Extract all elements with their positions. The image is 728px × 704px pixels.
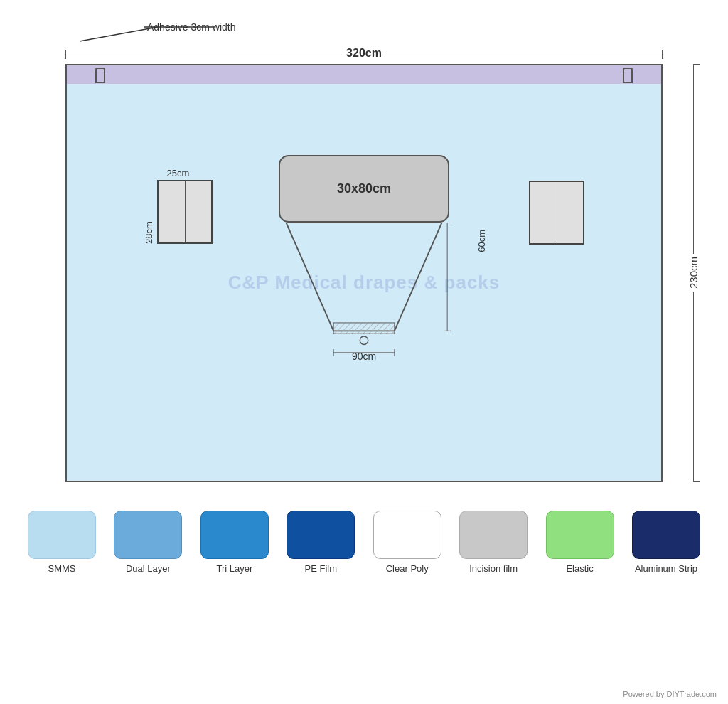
legend-item-incision-film: Incision film	[454, 511, 532, 574]
label-90cm: 90cm	[352, 351, 376, 362]
legend-label: Tri Layer	[216, 563, 252, 574]
dim-right-label: 230cm	[687, 254, 700, 292]
adhesive-label: Adhesive 3cm width	[147, 21, 236, 33]
pocket-left-divider	[185, 181, 186, 242]
pocket-left-container: 25cm 28cm	[144, 168, 213, 244]
hook-left	[95, 68, 105, 83]
pocket-right-divider	[557, 182, 557, 243]
center-opening: 30x80cm	[279, 155, 449, 223]
pocket-right-container	[529, 181, 584, 245]
legend-swatch	[459, 511, 528, 559]
legend-swatch	[546, 511, 614, 559]
dim-320-label: 320cm	[342, 47, 386, 60]
main-container: Adhesive 3cm width 320cm C&P Medical dra	[0, 0, 728, 704]
dim-left-tick	[65, 50, 66, 59]
legend-swatch	[114, 511, 182, 559]
dim-320-row: 320cm	[65, 47, 663, 63]
legend-label: Incision film	[469, 563, 518, 574]
legend-swatch	[28, 511, 96, 559]
dim-right-line-bottom	[693, 292, 694, 482]
svg-rect-3	[333, 323, 395, 334]
label-28cm: 28cm	[144, 180, 154, 244]
drape-top-strip	[65, 64, 663, 84]
funnel-container: 60cm 90cm	[268, 223, 460, 365]
legend-swatch	[632, 511, 700, 559]
pocket-right	[529, 181, 584, 245]
legend-area: SMMSDual LayerTri LayerPE FilmClear Poly…	[23, 511, 705, 574]
drape-wrapper: C&P Medical drapes & packs 25cm 28cm	[65, 64, 663, 482]
label-60cm: 60cm	[476, 230, 487, 252]
label-25cm: 25cm	[144, 168, 213, 178]
legend-swatch	[287, 511, 355, 559]
legend-label: Dual Layer	[126, 563, 171, 574]
dim-right-container: 230cm	[687, 64, 700, 482]
footer: Powered by DIYTrade.com	[623, 690, 717, 698]
dim-right-tick	[662, 50, 663, 59]
center-opening-label: 30x80cm	[337, 181, 391, 196]
legend-label: Aluminum Strip	[635, 563, 697, 574]
hook-right	[623, 68, 633, 83]
legend-item-pe-film: PE Film	[282, 511, 360, 574]
svg-point-4	[360, 336, 368, 344]
legend-item-tri-layer: Tri Layer	[196, 511, 274, 574]
dim-right-tick-bottom	[694, 481, 700, 482]
funnel-svg	[268, 223, 460, 365]
svg-marker-2	[286, 223, 441, 331]
legend-label: PE Film	[305, 563, 338, 574]
legend-item-elastic: Elastic	[541, 511, 619, 574]
pocket-left	[157, 180, 213, 244]
svg-line-0	[80, 27, 158, 41]
legend-item-smms: SMMS	[23, 511, 101, 574]
legend-item-aluminum-strip: Aluminum Strip	[627, 511, 705, 574]
diagram-area: Adhesive 3cm width 320cm C&P Medical dra	[37, 21, 691, 482]
legend-label: Elastic	[566, 563, 593, 574]
legend-label: Clear Poly	[386, 563, 429, 574]
drape-body: C&P Medical drapes & packs 25cm 28cm	[65, 84, 663, 482]
legend-item-dual-layer: Dual Layer	[109, 511, 187, 574]
dim-right-line-top	[693, 64, 694, 254]
dim-right-tick-top	[694, 64, 700, 65]
legend-swatch	[200, 511, 269, 559]
legend-item-clear-poly: Clear Poly	[368, 511, 446, 574]
legend-label: SMMS	[48, 563, 76, 574]
legend-swatch	[373, 511, 441, 559]
